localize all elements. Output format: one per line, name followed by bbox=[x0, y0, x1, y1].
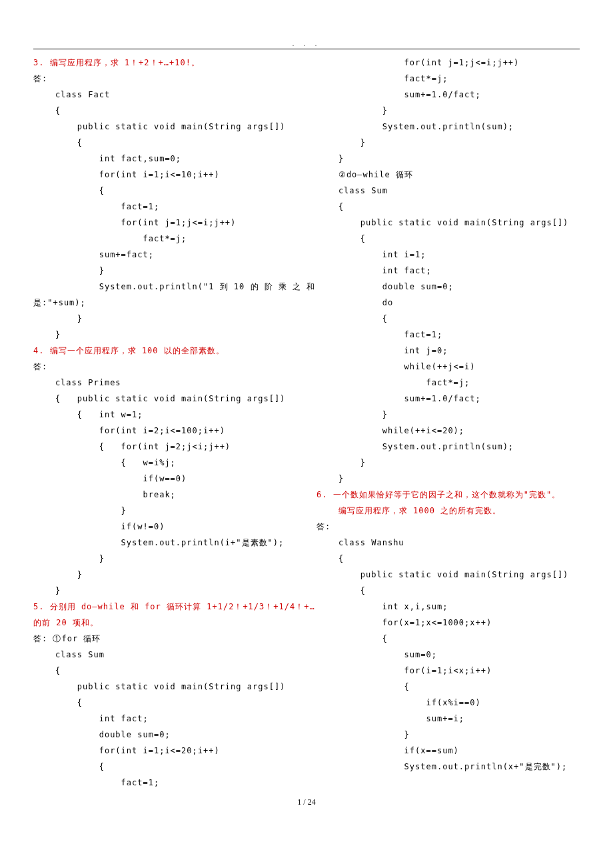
code-line: fact*=j; bbox=[316, 71, 580, 87]
code-line: { bbox=[33, 663, 297, 679]
code-line: } bbox=[33, 311, 297, 327]
code-line: for(int i=1;i<=20;i++) bbox=[33, 743, 297, 759]
code-line: int fact; bbox=[33, 711, 297, 727]
code-line: } bbox=[33, 583, 297, 599]
code-line: sum+=fact; bbox=[33, 247, 297, 263]
code-line: int j=0; bbox=[316, 343, 580, 359]
code-line: } bbox=[316, 135, 580, 151]
code-line: while(++i<=20); bbox=[316, 423, 580, 439]
question-text: 6. 一个数如果恰好等于它的因子之和，这个数就称为"完数"。 bbox=[316, 487, 580, 503]
code-line: class Primes bbox=[33, 375, 297, 391]
code-line: int fact; bbox=[316, 263, 580, 279]
code-line: fact=1; bbox=[316, 327, 580, 343]
code-line: { w=i%j; bbox=[33, 455, 297, 471]
code-line: if(w==0) bbox=[33, 471, 297, 487]
code-line: sum+=i; bbox=[316, 711, 580, 727]
page-number: 1 / 24 bbox=[33, 797, 580, 807]
code-line: sum=0; bbox=[316, 647, 580, 663]
code-line: } bbox=[316, 103, 580, 119]
code-line: 答: bbox=[316, 519, 580, 535]
code-line: double sum=0; bbox=[316, 279, 580, 295]
header-dots: . . . bbox=[33, 40, 580, 47]
code-line: 是:"+sum); bbox=[33, 295, 297, 311]
code-line: break; bbox=[33, 487, 297, 503]
code-line: { bbox=[316, 199, 580, 215]
question-text: 3. 编写应用程序，求 1！+2！+…+10!。 bbox=[33, 55, 297, 71]
code-line: public static void main(String args[]) bbox=[33, 119, 297, 135]
code-line: } bbox=[316, 151, 580, 167]
code-line: { bbox=[33, 695, 297, 711]
question-text: 编写应用程序，求 1000 之的所有完数。 bbox=[316, 503, 580, 519]
code-line: double sum=0; bbox=[33, 727, 297, 743]
code-line: for(int j=1;j<=i;j++) bbox=[316, 55, 580, 71]
code-line: { bbox=[316, 631, 580, 647]
code-line: { bbox=[316, 311, 580, 327]
question-text: 5. 分别用 do—while 和 for 循环计算 1+1/2！+1/3！+1… bbox=[33, 599, 297, 615]
code-line: System.out.println(x+"是完数"); bbox=[316, 759, 580, 775]
code-line: System.out.println(i+"是素数"); bbox=[33, 535, 297, 551]
code-line: { for(int j=2;j<i;j++) bbox=[33, 439, 297, 455]
code-line: } bbox=[316, 471, 580, 487]
code-line: fact=1; bbox=[33, 775, 297, 791]
code-line: int x,i,sum; bbox=[316, 599, 580, 615]
code-line: fact*=j; bbox=[33, 231, 297, 247]
code-line: for(i=1;i<x;i++) bbox=[316, 663, 580, 679]
code-line: for(int j=1;j<=i;j++) bbox=[33, 215, 297, 231]
code-line: ②do—while 循环 bbox=[316, 167, 580, 183]
code-line: } bbox=[33, 551, 297, 567]
code-line: { bbox=[316, 583, 580, 599]
code-line: do bbox=[316, 295, 580, 311]
code-line: 答: bbox=[33, 71, 297, 87]
code-line: fact=1; bbox=[33, 199, 297, 215]
code-line: } bbox=[33, 263, 297, 279]
code-line: if(x==sum) bbox=[316, 743, 580, 759]
code-line: } bbox=[33, 503, 297, 519]
code-line: { bbox=[33, 103, 297, 119]
code-line: } bbox=[33, 567, 297, 583]
code-line: System.out.println("1 到 10 的 阶 乘 之 和 bbox=[33, 279, 297, 295]
code-line: sum+=1.0/fact; bbox=[316, 87, 580, 103]
code-line: for(x=1;x<=1000;x++) bbox=[316, 615, 580, 631]
code-line: class Sum bbox=[33, 647, 297, 663]
code-line: int i=1; bbox=[316, 247, 580, 263]
code-line: { bbox=[316, 679, 580, 695]
code-line: while(++j<=i) bbox=[316, 359, 580, 375]
top-rule bbox=[33, 49, 580, 49]
code-line: sum+=1.0/fact; bbox=[316, 391, 580, 407]
code-line: } bbox=[316, 727, 580, 743]
question-text: 的前 20 项和。 bbox=[33, 615, 297, 631]
code-line: } bbox=[33, 327, 297, 343]
code-line: { bbox=[316, 551, 580, 567]
code-line: { bbox=[33, 759, 297, 775]
code-line: public static void main(String args[]) bbox=[33, 679, 297, 695]
code-line: { public static void main(String args[]) bbox=[33, 391, 297, 407]
code-line: if(w!=0) bbox=[33, 519, 297, 535]
code-line: 答: bbox=[33, 359, 297, 375]
code-line: for(int i=2;i<=100;i++) bbox=[33, 423, 297, 439]
code-line: } bbox=[316, 407, 580, 423]
code-line: public static void main(String args[]) bbox=[316, 567, 580, 583]
document-page: . . . 3. 编写应用程序，求 1！+2！+…+10!。答: class F… bbox=[0, 0, 613, 834]
code-line: { int w=1; bbox=[33, 407, 297, 423]
question-text: 4. 编写一个应用程序，求 100 以的全部素数。 bbox=[33, 343, 297, 359]
code-line: { bbox=[316, 231, 580, 247]
code-line: class Sum bbox=[316, 183, 580, 199]
code-line: { bbox=[33, 135, 297, 151]
code-line: System.out.println(sum); bbox=[316, 439, 580, 455]
content-columns: 3. 编写应用程序，求 1！+2！+…+10!。答: class Fact { … bbox=[33, 55, 580, 791]
code-line: public static void main(String args[]) bbox=[316, 215, 580, 231]
code-line: int fact,sum=0; bbox=[33, 151, 297, 167]
code-line: } bbox=[316, 455, 580, 471]
code-line: 答: ①for 循环 bbox=[33, 631, 297, 647]
code-line: { bbox=[33, 183, 297, 199]
code-line: if(x%i==0) bbox=[316, 695, 580, 711]
code-line: System.out.println(sum); bbox=[316, 119, 580, 135]
code-line: for(int i=1;i<=10;i++) bbox=[33, 167, 297, 183]
code-line: fact*=j; bbox=[316, 375, 580, 391]
code-line: class Wanshu bbox=[316, 535, 580, 551]
code-line: class Fact bbox=[33, 87, 297, 103]
